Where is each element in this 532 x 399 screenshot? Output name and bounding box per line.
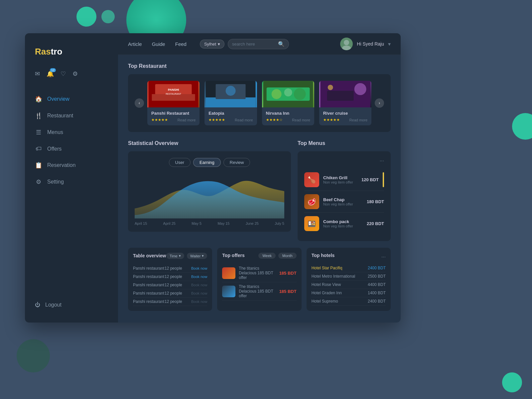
row2-people: 12 people — [165, 274, 191, 279]
more-dots-icon[interactable]: ··· — [380, 158, 384, 164]
top-restaurant-title: Top Restaurant — [128, 63, 391, 69]
hotels-more-dots-icon[interactable]: ··· — [381, 254, 386, 260]
svg-text:RESTAURANT: RESTAURANT — [166, 93, 182, 95]
carousel-prev-button[interactable]: ‹ — [135, 98, 144, 108]
hotel-price-4: 1400 BDT — [368, 291, 386, 295]
location-value: Sylhet — [204, 42, 216, 47]
nav-guide[interactable]: Guide — [152, 40, 165, 49]
row2-book-button[interactable]: Book now — [191, 275, 207, 279]
nirvana-read-more[interactable]: Read more — [292, 118, 310, 122]
sidebar-item-overview[interactable]: 🏠 Overview — [25, 91, 118, 107]
combo-thumb: 🍱 — [304, 216, 319, 231]
combo-desc: Non veg item offer — [323, 224, 363, 228]
logout-button[interactable]: ⏻ Logout — [25, 297, 118, 313]
row4-book-button[interactable]: Book now — [191, 291, 207, 295]
menu-item-combo: 🍱 Combo pack Non veg item offer 220 BDT — [304, 213, 384, 234]
eatopia-name: Eatopia — [208, 111, 253, 116]
hotel-price-5: 2400 BDT — [368, 299, 386, 304]
river-stars-row: ★★★★★ Read more — [323, 118, 367, 122]
logout-label: Logout — [45, 302, 62, 308]
hotel-item-3: Hotel Rose View 4400 BDT — [312, 281, 386, 289]
search-input[interactable] — [232, 42, 275, 47]
reservation-icon: 📋 — [35, 162, 42, 169]
week-button[interactable]: Week — [258, 253, 276, 259]
hotel-price-1: 2400 BDT — [368, 266, 386, 270]
restaurant-carousel: ‹ PANSHIRESTAURANT Panshi Restaurant ★★★… — [128, 74, 391, 132]
grill-bar — [383, 172, 384, 187]
bottom-cards: Table overview Time ▾ Waiter ▾ — [128, 248, 391, 311]
svg-point-15 — [294, 88, 306, 100]
top-hotels-card: Top hotels ··· Hotel Star Pacifiq 2400 B… — [307, 248, 391, 311]
sidebar-item-reservation[interactable]: 📋 Reservation — [25, 157, 118, 174]
chart-label-0: April 15 — [135, 221, 147, 225]
row1-book-button[interactable]: Book now — [191, 266, 207, 270]
stat-tab-review[interactable]: Review — [223, 158, 250, 167]
stats-menus-section: Statistical Overview User Earning Review — [128, 140, 391, 241]
river-read-more[interactable]: Read more — [349, 118, 367, 122]
main-content: Article Guide Feed Sylhet ▾ 🔍 Hi Syed Ra… — [118, 33, 401, 323]
user-dropdown-icon[interactable]: ▾ — [388, 41, 391, 47]
month-button[interactable]: Month — [278, 253, 297, 259]
top-menus-header: ··· — [304, 158, 384, 164]
nav-article[interactable]: Article — [128, 40, 142, 49]
stat-tab-earning[interactable]: Earning — [193, 158, 221, 167]
heart-icon[interactable]: ♡ — [61, 70, 66, 77]
svg-point-18 — [354, 83, 366, 95]
row1-name: Panshi restaurant — [133, 266, 165, 271]
sidebar-item-offers[interactable]: 🏷 Offers — [25, 141, 118, 157]
grill-desc: Non veg item offer — [323, 180, 357, 184]
time-filter-button[interactable]: Time ▾ — [166, 253, 184, 259]
panshi-body: Panshi Restaurant ★★★★★ Read more — [147, 107, 200, 125]
beef-desc: Non veg item offer — [323, 202, 363, 206]
top-restaurant-section: Top Restaurant ‹ PANSHIRESTAURANT Panshi… — [128, 63, 391, 132]
row4-people: 12 people — [165, 291, 191, 296]
stat-card: User Earning Review — [128, 151, 291, 232]
sidebar: Rastro ✉ 🔔 12 ♡ ⚙ 🏠 Overview 🍴 Restauran… — [25, 33, 118, 323]
chart-label-2: May 5 — [192, 221, 201, 225]
offer-thumb-2 — [222, 286, 235, 297]
hotel-item-4: Hotel Graden Inn 1400 BDT — [312, 289, 386, 297]
waiter-filter-button[interactable]: Waiter ▾ — [187, 253, 207, 259]
eatopia-read-more[interactable]: Read more — [235, 118, 253, 122]
logo: Rastro — [25, 43, 118, 67]
svg-rect-19 — [327, 91, 353, 101]
offers-period-row: Week Month — [258, 253, 297, 259]
search-icon[interactable]: 🔍 — [278, 41, 285, 47]
hotel-name-1: Hotel Star Pacifiq — [312, 266, 342, 270]
row5-book-button[interactable]: Book now — [191, 300, 207, 304]
combo-info: Combo pack Non veg item offer — [323, 219, 363, 228]
restaurant-card-panshi: PANSHIRESTAURANT Panshi Restaurant ★★★★★… — [147, 81, 200, 125]
avatar — [340, 38, 353, 50]
row5-name: Panshi restaurant — [133, 299, 165, 304]
panshi-read-more[interactable]: Read more — [178, 118, 196, 122]
panshi-stars-row: ★★★★★ Read more — [151, 118, 196, 122]
svg-text:PANSHI: PANSHI — [168, 88, 179, 91]
hotel-name-2: Hotel Metro International — [312, 274, 355, 279]
menu-item-grill: 🍗 Chiken Grill Non veg item offer 120 BD… — [304, 169, 384, 191]
sidebar-item-setting[interactable]: ⚙ Setting — [25, 174, 118, 190]
carousel-next-button[interactable]: › — [375, 98, 384, 108]
stat-tab-user[interactable]: User — [169, 158, 191, 167]
sidebar-item-restaurant[interactable]: 🍴 Restaurant — [25, 107, 118, 124]
location-dropdown[interactable]: Sylhet ▾ — [200, 40, 224, 49]
settings-icon[interactable]: ⚙ — [72, 70, 78, 77]
nirvana-name: Nirvana Inn — [266, 111, 310, 116]
river-name: River cruise — [323, 111, 367, 116]
header-search-area: Sylhet ▾ 🔍 — [200, 39, 289, 49]
hotel-item-2: Hotel Metro International 2500 BDT — [312, 272, 386, 281]
bell-icon[interactable]: 🔔 12 — [47, 70, 54, 77]
sidebar-item-menus-label: Menus — [47, 129, 63, 135]
mail-icon[interactable]: ✉ — [35, 70, 40, 77]
table-overview-title: Table overview — [133, 253, 166, 258]
waiter-filter-label: Waiter — [190, 254, 200, 258]
bg-decoration-4 — [512, 113, 532, 140]
search-box: 🔍 — [228, 39, 289, 49]
chart-container: April 15 April 25 May 5 May 15 June 25 J… — [135, 172, 284, 225]
restaurant-card-eatopia: Eatopia ★★★★★ Read more — [204, 81, 257, 125]
nav-feed[interactable]: Feed — [175, 40, 187, 49]
sidebar-item-menus[interactable]: ☰ Menus — [25, 124, 118, 141]
row3-book-button[interactable]: Book now — [191, 283, 207, 287]
sidebar-item-reservation-label: Reservation — [47, 162, 75, 168]
top-offers-card: Top offers Week Month The titanics Delac… — [217, 248, 301, 311]
logo-part2: tro — [51, 47, 63, 57]
